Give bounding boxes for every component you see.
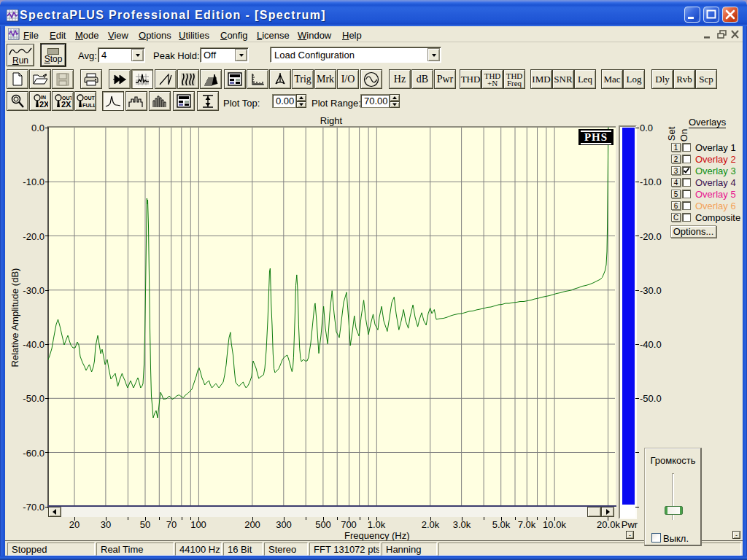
svg-text:OUT: OUT bbox=[84, 96, 95, 101]
svg-text:IN: IN bbox=[41, 95, 46, 100]
svg-text:2X: 2X bbox=[61, 100, 71, 109]
svg-text:2X: 2X bbox=[39, 100, 48, 109]
svg-text:FULL: FULL bbox=[82, 102, 95, 109]
